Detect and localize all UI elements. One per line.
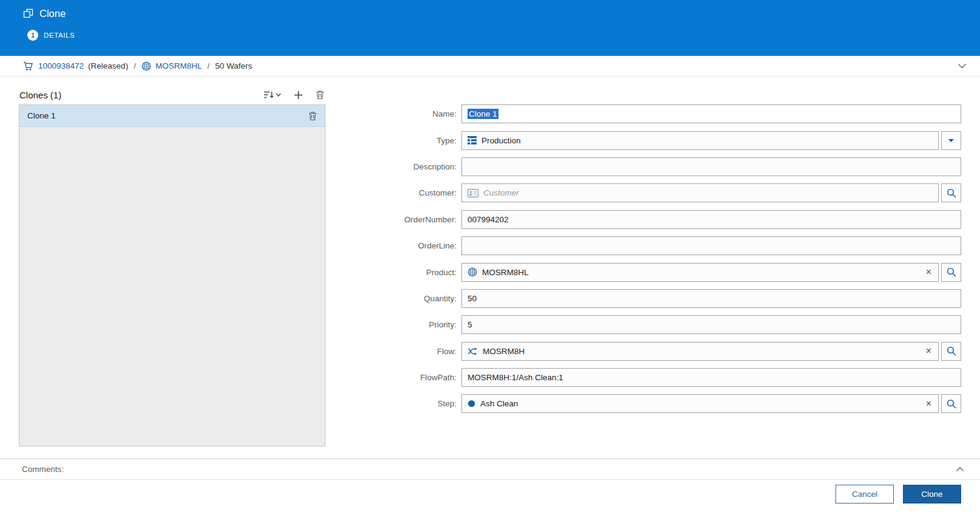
form-row-order-number: OrderNumber: — [370, 207, 961, 233]
clone-list-item[interactable]: Clone 1 — [19, 105, 325, 127]
wafer-count-label: 50 Wafers — [215, 61, 252, 70]
priority-label: Priority: — [370, 320, 461, 329]
comments-section: Comments: — [0, 459, 980, 480]
search-icon — [947, 346, 956, 356]
flow-label: Flow: — [370, 347, 461, 356]
quantity-input[interactable] — [461, 289, 961, 308]
cart-icon — [23, 61, 34, 71]
step-clear-icon[interactable]: × — [925, 399, 933, 409]
product-icon — [468, 267, 477, 277]
description-label: Description: — [370, 162, 461, 171]
cancel-button[interactable]: Cancel — [835, 485, 894, 504]
clones-list: Clone 1 — [19, 104, 325, 446]
page-title: Clone — [39, 8, 66, 19]
breadcrumb-separator: / — [132, 61, 137, 70]
order-line-label: OrderLine: — [370, 241, 461, 250]
product-icon — [141, 61, 151, 71]
chevron-down-icon — [948, 138, 954, 143]
order-number-label: OrderNumber: — [370, 215, 461, 224]
form-row-order-line: OrderLine: — [370, 233, 961, 259]
quantity-label: Quantity: — [370, 294, 461, 303]
type-select[interactable]: Production — [461, 131, 939, 150]
step-search-button[interactable] — [941, 394, 961, 413]
flow-clear-icon[interactable]: × — [925, 346, 933, 356]
flow-path-input[interactable] — [461, 368, 961, 387]
form-row-quantity: Quantity: — [370, 285, 961, 312]
name-value-selected: Clone 1 — [468, 109, 499, 119]
form-row-step: Step: Ash Clean × — [370, 391, 961, 417]
search-icon — [947, 399, 956, 409]
product-search-button[interactable] — [941, 263, 961, 282]
flow-icon — [468, 347, 478, 355]
name-input[interactable]: Clone 1 — [461, 104, 961, 123]
flow-path-label: FlowPath: — [370, 373, 461, 382]
breadcrumb: 1000938472 (Released) / MOSRM8HL / 50 Wa… — [0, 56, 980, 77]
form-row-customer: Customer: — [370, 180, 961, 206]
step-icon — [468, 400, 475, 408]
step-field[interactable]: Ash Clean × — [461, 394, 939, 413]
lot-status: (Released) — [88, 61, 128, 70]
lot-link[interactable]: 1000938472 — [38, 61, 84, 70]
customer-card-icon — [468, 189, 478, 197]
form-row-type: Type: Production — [370, 127, 961, 153]
clone-details-form: Name: Clone 1 Type: Production Descr — [370, 101, 961, 417]
add-clone-button[interactable] — [293, 89, 304, 101]
product-label: Product: — [370, 268, 461, 277]
customer-input[interactable] — [483, 184, 933, 202]
dialog-footer: Cancel Clone — [835, 485, 961, 504]
chevron-down-icon — [276, 93, 281, 97]
step-1-indicator: 1 — [27, 30, 38, 41]
clone-item-label: Clone 1 — [27, 111, 56, 120]
form-row-description: Description: — [370, 154, 961, 180]
app-header: Clone 1 DETAILS — [0, 0, 980, 56]
order-number-input[interactable] — [461, 210, 961, 229]
clone-icon — [23, 9, 33, 19]
clone-button[interactable]: Clone — [903, 485, 961, 504]
type-value: Production — [481, 136, 521, 145]
clones-panel-title: Clones (1) — [19, 90, 61, 100]
customer-search-button[interactable] — [941, 183, 961, 202]
flow-field[interactable]: MOSRM8H × — [461, 342, 939, 361]
priority-input[interactable] — [461, 315, 961, 334]
delete-clone-button[interactable] — [315, 89, 325, 101]
clones-panel-header: Clones (1) — [19, 86, 325, 103]
chevron-down-icon[interactable] — [958, 63, 967, 69]
delete-clone-item-button[interactable] — [308, 111, 317, 121]
description-input[interactable] — [461, 157, 961, 176]
form-row-flow: Flow: MOSRM8H × — [370, 338, 961, 364]
flow-search-button[interactable] — [941, 342, 961, 361]
product-link[interactable]: MOSRM8HL — [155, 61, 202, 70]
trash-icon — [316, 90, 324, 100]
chevron-up-icon — [956, 466, 964, 472]
comments-label: Comments: — [22, 465, 64, 474]
sort-icon — [264, 91, 274, 99]
product-value: MOSRM8HL — [482, 268, 529, 277]
breadcrumb-separator: / — [206, 61, 211, 70]
form-row-name: Name: Clone 1 — [370, 101, 961, 127]
type-label: Type: — [370, 136, 461, 145]
search-icon — [947, 267, 956, 277]
trash-icon — [308, 111, 317, 121]
form-row-flow-path: FlowPath: — [370, 364, 961, 391]
step-label: Step: — [370, 399, 461, 408]
sort-filter-button[interactable] — [262, 89, 282, 100]
type-dropdown-button[interactable] — [941, 131, 961, 150]
order-line-input[interactable] — [461, 236, 961, 255]
product-clear-icon[interactable]: × — [925, 267, 933, 277]
flow-value: MOSRM8H — [483, 347, 525, 356]
plus-icon — [294, 91, 303, 100]
form-row-product: Product: MOSRM8HL × — [370, 259, 961, 285]
form-row-priority: Priority: — [370, 312, 961, 338]
customer-label: Customer: — [370, 188, 461, 197]
comments-collapse-button[interactable] — [956, 466, 964, 472]
step-value: Ash Clean — [480, 399, 518, 408]
production-type-icon — [468, 136, 477, 145]
step-details-label: DETAILS — [44, 32, 75, 39]
search-icon — [947, 188, 956, 198]
product-field[interactable]: MOSRM8HL × — [461, 263, 939, 282]
name-label: Name: — [370, 109, 461, 118]
customer-field[interactable] — [461, 183, 939, 202]
